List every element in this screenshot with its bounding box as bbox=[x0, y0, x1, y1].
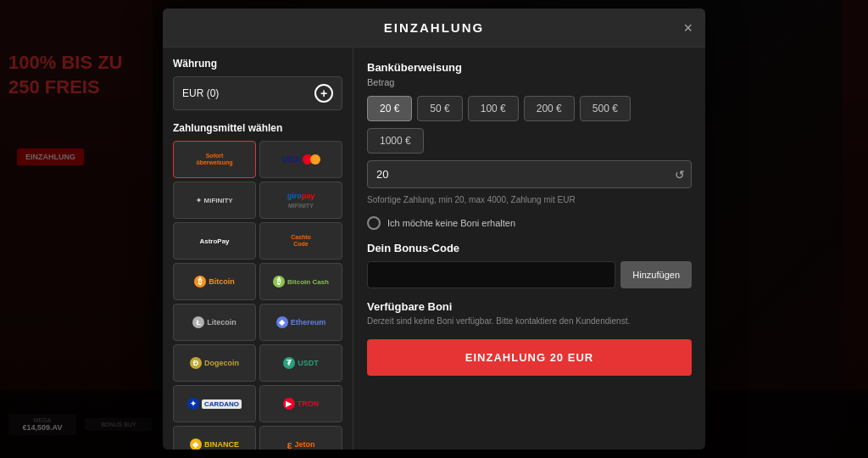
giropay-label: giropay bbox=[287, 192, 315, 200]
payment-mifinity[interactable]: ✦ MiFINITY bbox=[173, 182, 256, 219]
modal-body: Währung EUR (0) + Zahlungsmittel wählen … bbox=[163, 47, 705, 450]
payment-giropay[interactable]: giropay MIFINITY bbox=[259, 182, 342, 219]
litecoin-label: Litecoin bbox=[207, 318, 236, 327]
ethereum-label: Ethereum bbox=[291, 318, 326, 327]
available-bonus-title: Verfügbare Boni bbox=[367, 300, 692, 313]
amount-btn-50[interactable]: 50 € bbox=[417, 96, 462, 121]
mastercard-logo bbox=[303, 154, 320, 165]
bitcoin-icon: ₿ bbox=[194, 276, 206, 288]
amount-input[interactable] bbox=[367, 160, 692, 188]
currency-label: Währung bbox=[173, 58, 342, 70]
no-bonus-row[interactable]: Ich möchte keine Boni erhalten bbox=[367, 216, 692, 230]
amount-btn-100[interactable]: 100 € bbox=[468, 96, 519, 121]
modal-overlay: EINZAHLUNG × Währung EUR (0) + Zahlungsm… bbox=[0, 0, 868, 458]
deposit-modal: EINZAHLUNG × Währung EUR (0) + Zahlungsm… bbox=[163, 8, 705, 450]
payment-cashtocode[interactable]: CashtoCode bbox=[259, 222, 342, 260]
jeton-icon: ε bbox=[287, 438, 292, 450]
bonus-code-input[interactable] bbox=[367, 261, 615, 288]
jeton-label: Jeton bbox=[295, 440, 315, 449]
payment-usdt[interactable]: ₮ USDT bbox=[259, 344, 342, 382]
payment-jeton[interactable]: ε Jeton bbox=[259, 426, 342, 450]
payment-dogecoin[interactable]: Ð Dogecoin bbox=[173, 344, 256, 382]
bonus-code-title: Dein Bonus-Code bbox=[367, 242, 692, 254]
bitcoincash-icon: ₿ bbox=[273, 276, 285, 288]
payment-bitcoin[interactable]: ₿ Bitcoin bbox=[173, 263, 256, 300]
amount-btn-200[interactable]: 200 € bbox=[524, 96, 575, 121]
amount-buttons: 20 € 50 € 100 € 200 € 500 € bbox=[367, 96, 692, 121]
binance-icon: ◈ bbox=[190, 438, 202, 450]
amount-btn-1000[interactable]: 1000 € bbox=[367, 128, 424, 154]
available-bonus-text: Derzeit sind keine Boni verfügbar. Bitte… bbox=[367, 316, 692, 326]
close-button[interactable]: × bbox=[683, 20, 693, 36]
payment-sofort[interactable]: Sofortüberweisung bbox=[173, 141, 256, 178]
visa-logo: VISA bbox=[281, 154, 300, 165]
payment-binance[interactable]: ◈ BINANCE bbox=[173, 426, 256, 450]
tron-icon: ▶ bbox=[283, 398, 295, 410]
giropay-sub: MIFINITY bbox=[288, 203, 314, 209]
payment-tron[interactable]: ▶ TRON bbox=[259, 385, 342, 422]
modal-title: EINZAHLUNG bbox=[384, 20, 484, 35]
amount-buttons-row2: 1000 € bbox=[367, 128, 692, 154]
dogecoin-icon: Ð bbox=[190, 357, 202, 369]
usdt-icon: ₮ bbox=[283, 357, 295, 369]
payment-ethereum[interactable]: ◆ Ethereum bbox=[259, 304, 342, 341]
modal-header: EINZAHLUNG × bbox=[163, 8, 705, 47]
dogecoin-label: Dogecoin bbox=[204, 359, 239, 367]
payment-cardano[interactable]: ✦ CARDANO bbox=[173, 385, 256, 422]
ethereum-icon: ◆ bbox=[276, 316, 288, 328]
astropay-label: AstroPay bbox=[199, 237, 229, 245]
sofort-label: Sofortüberweisung bbox=[196, 153, 232, 165]
left-panel: Währung EUR (0) + Zahlungsmittel wählen … bbox=[163, 47, 353, 450]
tron-label: TRON bbox=[298, 399, 320, 408]
binance-label: BINANCE bbox=[204, 440, 239, 449]
cardano-label: CARDANO bbox=[202, 399, 242, 409]
no-bonus-radio[interactable] bbox=[367, 216, 381, 230]
bank-title: Banküberweisung bbox=[367, 61, 692, 74]
usdt-label: USDT bbox=[298, 359, 319, 367]
amount-btn-500[interactable]: 500 € bbox=[580, 96, 631, 121]
payment-astropay[interactable]: AstroPay bbox=[173, 222, 256, 260]
currency-select[interactable]: EUR (0) + bbox=[173, 76, 342, 110]
amount-btn-20[interactable]: 20 € bbox=[367, 96, 412, 121]
payment-methods-label: Zahlungsmittel wählen bbox=[173, 122, 342, 134]
input-refresh-icon: ↺ bbox=[675, 168, 685, 182]
hint-text: Sofortige Zahlung, min 20, max 4000, Zah… bbox=[367, 195, 692, 204]
right-panel: Banküberweisung Betrag 20 € 50 € 100 € 2… bbox=[353, 47, 705, 450]
deposit-button[interactable]: EINZAHLUNG 20 EUR bbox=[367, 339, 692, 376]
no-bonus-label: Ich möchte keine Boni erhalten bbox=[387, 218, 515, 228]
cashtocode-label: CashtoCode bbox=[291, 234, 311, 249]
amount-input-wrap: ↺ bbox=[367, 160, 692, 188]
bitcoin-label: Bitcoin bbox=[209, 277, 235, 286]
currency-value: EUR (0) bbox=[182, 87, 219, 99]
bonus-add-button[interactable]: Hinzufügen bbox=[620, 261, 692, 288]
bitcoincash-label: Bitcoin Cash bbox=[287, 278, 329, 286]
payment-visa-mc[interactable]: VISA bbox=[259, 141, 342, 178]
amount-label: Betrag bbox=[367, 77, 692, 87]
mifinity-label: ✦ MiFINITY bbox=[196, 197, 232, 204]
payment-litecoin[interactable]: Ł Litecoin bbox=[173, 304, 256, 341]
payment-grid: Sofortüberweisung VISA bbox=[173, 141, 342, 450]
cardano-icon: ✦ bbox=[187, 398, 199, 410]
bonus-input-row: Hinzufügen bbox=[367, 261, 692, 288]
payment-bitcoincash[interactable]: ₿ Bitcoin Cash bbox=[259, 263, 342, 300]
currency-plus-button[interactable]: + bbox=[314, 84, 333, 103]
litecoin-icon: Ł bbox=[192, 316, 204, 328]
